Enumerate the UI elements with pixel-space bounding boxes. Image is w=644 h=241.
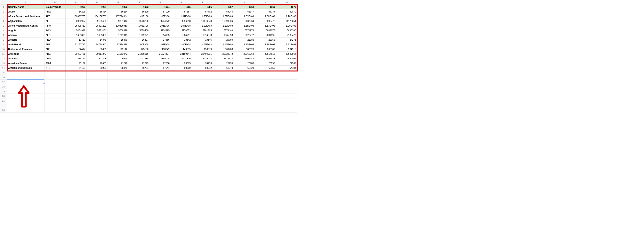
row-header-15[interactable]: 15 <box>0 70 7 75</box>
data-cell[interactable]: AGO <box>44 28 66 33</box>
empty-cell[interactable] <box>234 108 255 113</box>
data-cell[interactable]: 137614644 <box>108 14 129 19</box>
data-cell[interactable]: 5734995 <box>150 28 171 33</box>
data-cell[interactable]: 23168268 <box>234 52 255 56</box>
empty-cell[interactable] <box>276 89 298 94</box>
data-cell[interactable]: 1.00E+08 <box>129 42 150 47</box>
row-header-8[interactable]: 8 <box>0 38 7 42</box>
empty-cell[interactable] <box>66 80 87 84</box>
data-cell[interactable]: 1965598 <box>213 33 234 38</box>
row-header-11[interactable]: 11 <box>0 52 7 56</box>
data-cell[interactable]: 58044 <box>213 9 234 14</box>
empty-cell[interactable] <box>44 80 66 84</box>
data-cell[interactable]: 9169406 <box>87 19 108 24</box>
row-header-16[interactable]: 16 <box>0 75 7 80</box>
data-cell[interactable]: 1.66E+08 <box>255 14 276 19</box>
empty-cell[interactable] <box>234 94 255 98</box>
empty-cell[interactable] <box>192 103 213 108</box>
data-cell[interactable]: Angola <box>7 28 44 33</box>
empty-cell[interactable] <box>213 98 234 103</box>
data-cell[interactable]: United Arab Emirates <box>7 47 44 52</box>
empty-cell[interactable] <box>129 108 150 113</box>
data-cell[interactable]: Armenia <box>7 56 44 61</box>
data-cell[interactable]: 1659800 <box>87 33 108 38</box>
data-cell[interactable]: 23517613 <box>255 52 276 56</box>
data-cell[interactable]: 125130 <box>129 47 150 52</box>
data-cell[interactable]: 27362 <box>276 61 298 66</box>
empty-cell[interactable] <box>255 84 276 89</box>
empty-cell[interactable] <box>255 80 276 84</box>
empty-cell[interactable] <box>150 108 171 113</box>
header-cell-B[interactable]: Country Code <box>44 5 66 9</box>
data-cell[interactable]: 2525067 <box>276 56 298 61</box>
empty-cell[interactable] <box>7 103 44 108</box>
data-cell[interactable]: AND <box>44 38 66 42</box>
data-cell[interactable]: 1.17E+08 <box>255 24 276 28</box>
empty-cell[interactable] <box>213 94 234 98</box>
empty-cell[interactable] <box>234 75 255 80</box>
column-header-F[interactable]: F <box>129 0 150 5</box>
column-header-B[interactable]: B <box>44 0 66 5</box>
data-cell[interactable]: 20605 <box>87 61 108 66</box>
header-cell-G[interactable]: 1964 <box>150 5 171 9</box>
data-cell[interactable]: 5679409 <box>129 28 150 33</box>
data-cell[interactable]: 2081695 <box>255 33 276 38</box>
row-header-7[interactable]: 7 <box>0 33 7 38</box>
data-cell[interactable]: 22494031 <box>192 52 213 56</box>
data-cell[interactable]: 63553 <box>255 66 276 70</box>
data-cell[interactable]: 1711319 <box>108 33 129 38</box>
column-header-I[interactable]: I <box>192 0 213 5</box>
row-header-14[interactable]: 14 <box>0 66 7 70</box>
corner-select-all[interactable] <box>0 0 7 5</box>
empty-cell[interactable] <box>7 84 44 89</box>
empty-cell[interactable] <box>171 89 192 94</box>
empty-cell[interactable] <box>108 103 129 108</box>
data-cell[interactable]: 19646 <box>192 38 213 42</box>
empty-cell[interactable] <box>108 80 129 84</box>
data-cell[interactable]: 1.05E+08 <box>150 24 171 28</box>
data-cell[interactable]: Andorra <box>7 38 44 42</box>
empty-cell[interactable] <box>108 94 129 98</box>
data-cell[interactable]: 1941498 <box>87 56 108 61</box>
data-cell[interactable]: 13410 <box>66 38 87 42</box>
data-cell[interactable]: 1.22E+08 <box>276 42 298 47</box>
data-cell[interactable]: 9744772 <box>150 19 171 24</box>
empty-cell[interactable] <box>213 75 234 80</box>
data-cell[interactable]: 2462938 <box>255 56 276 61</box>
empty-cell[interactable] <box>192 98 213 103</box>
data-cell[interactable]: 57702 <box>192 9 213 14</box>
data-cell[interactable]: 22029 <box>129 61 150 66</box>
header-cell-A[interactable]: Country Name <box>7 5 44 9</box>
data-cell[interactable]: Africa Western and Central <box>7 24 44 28</box>
header-cell-I[interactable]: 1966 <box>192 5 213 9</box>
data-cell[interactable]: 100506960 <box>108 24 129 28</box>
data-cell[interactable]: 2009524 <box>108 56 129 61</box>
data-cell[interactable]: 56701 <box>129 66 150 70</box>
data-cell[interactable]: 1.70E+08 <box>276 14 298 19</box>
empty-cell[interactable] <box>213 89 234 94</box>
data-cell[interactable]: 17466 <box>150 38 171 42</box>
row-header-12[interactable]: 12 <box>0 56 7 61</box>
data-cell[interactable]: 1.18E+08 <box>255 42 276 47</box>
data-cell[interactable]: 1874119 <box>66 56 87 61</box>
empty-cell[interactable] <box>87 75 108 80</box>
data-cell[interactable]: 62523 <box>234 66 255 70</box>
data-cell[interactable]: 5608499 <box>108 28 129 33</box>
empty-cell[interactable] <box>108 75 129 80</box>
empty-cell[interactable] <box>171 98 192 103</box>
data-cell[interactable]: 22159644 <box>171 52 192 56</box>
data-cell[interactable]: 56234 <box>108 9 129 14</box>
data-cell[interactable]: 1.06E+08 <box>171 42 192 47</box>
data-cell[interactable]: AFG <box>44 19 66 24</box>
data-cell[interactable]: 21246 <box>108 61 129 66</box>
data-cell[interactable]: 2276038 <box>192 56 213 61</box>
data-cell[interactable]: 22828872 <box>213 52 234 56</box>
empty-cell[interactable] <box>7 108 44 113</box>
empty-cell[interactable] <box>66 103 87 108</box>
empty-cell[interactable] <box>129 80 150 84</box>
empty-cell[interactable] <box>7 94 44 98</box>
data-cell[interactable]: 5781305 <box>192 28 213 33</box>
empty-cell[interactable] <box>276 98 298 103</box>
header-cell-L[interactable]: 1969 <box>255 5 276 9</box>
empty-cell[interactable] <box>87 103 108 108</box>
